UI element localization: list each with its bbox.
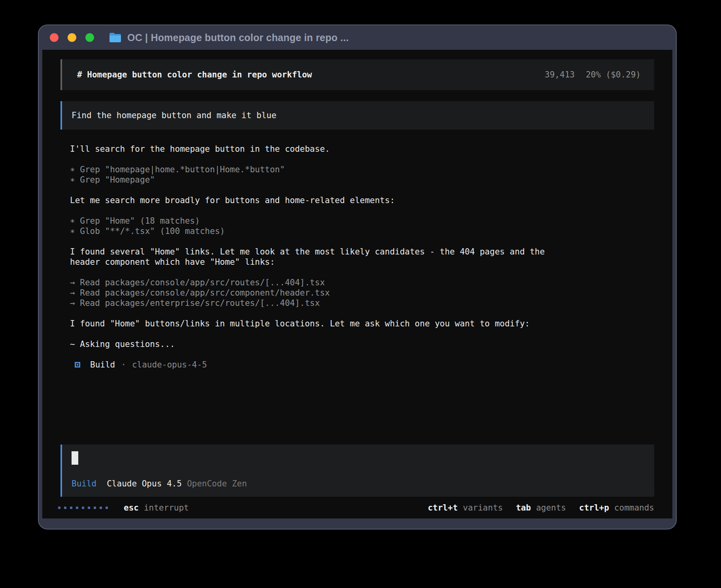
text-cursor: [72, 451, 78, 465]
hint-label: variants: [463, 503, 503, 513]
spinner-dot: [58, 507, 60, 509]
terminal-window: OC | Homepage button color change in rep…: [38, 24, 677, 530]
agent-status-line: Build · claude-opus-4-5: [60, 360, 654, 370]
spinner-dot: [100, 507, 102, 509]
transcript-line: ∗ Grep "Homepage": [70, 175, 566, 185]
hint-label: commands: [614, 503, 654, 513]
transcript-line: Let me search more broadly for buttons a…: [70, 195, 566, 205]
keyboard-hint: ctrl+t variants: [428, 503, 503, 513]
transcript-line: I found "Home" buttons/links in multiple…: [70, 318, 566, 329]
session-header: # Homepage button color change in repo w…: [60, 59, 654, 90]
model-status-row: Build Claude Opus 4.5 OpenCode Zen: [72, 479, 645, 489]
window-title: OC | Homepage button color change in rep…: [127, 32, 349, 43]
agent-model: claude-opus-4-5: [132, 360, 207, 370]
active-agent: Build: [72, 479, 96, 489]
model-provider: OpenCode Zen: [187, 479, 247, 489]
window-bottom-chrome: [39, 518, 676, 529]
active-model: Claude Opus 4.5: [107, 479, 182, 489]
title-bar: OC | Homepage button color change in rep…: [39, 25, 676, 50]
esc-key: esc: [124, 503, 139, 513]
token-count: 39,413: [545, 70, 575, 80]
transcript-line: [70, 185, 566, 195]
transcript-line: → Read packages/enterprise/src/routes/[.…: [70, 298, 566, 308]
session-title: # Homepage button color change in repo w…: [77, 70, 312, 80]
hint-key: ctrl+p: [579, 503, 609, 513]
hint-key: ctrl+t: [428, 503, 458, 513]
zoom-button[interactable]: [85, 33, 94, 42]
transcript-line: [70, 205, 566, 216]
context-cost: 20% ($0.29): [586, 70, 641, 80]
keyboard-hint: tab agents: [516, 503, 566, 513]
spinner-dot: [82, 507, 84, 509]
status-bar: esc interrupt ctrl+t variants tab agents: [60, 497, 654, 518]
transcript-line: [70, 329, 566, 339]
working-spinner-icon: [58, 507, 108, 509]
spinner-dot: [64, 507, 66, 509]
transcript-line: [70, 267, 566, 277]
user-message-text: Find the homepage button and make it blu…: [72, 110, 276, 121]
transcript-line: ∗ Grep "Home" (18 matches): [70, 216, 566, 226]
folder-icon: [109, 32, 121, 43]
transcript-line: ∗ Glob "**/*.tsx" (100 matches): [70, 226, 566, 236]
terminal-view: # Homepage button color change in repo w…: [42, 50, 672, 518]
spinner-dot: [88, 507, 90, 509]
transcript-line: → Read packages/console/app/src/componen…: [70, 288, 566, 298]
agent-name: Build: [90, 360, 115, 370]
interrupt-label: interrupt: [144, 503, 189, 513]
user-message: Find the homepage button and make it blu…: [60, 101, 654, 130]
traffic-lights: [50, 33, 94, 42]
hint-key: tab: [516, 503, 531, 513]
prompt-input[interactable]: Build Claude Opus 4.5 OpenCode Zen: [60, 445, 654, 497]
keyboard-hint: ctrl+p commands: [579, 503, 654, 513]
session-metrics: 39,413 20% ($0.29): [545, 70, 641, 80]
close-button[interactable]: [50, 33, 59, 42]
transcript-line: [70, 308, 566, 318]
separator-dot: ·: [121, 360, 126, 370]
transcript-spacer: [60, 370, 654, 445]
transcript-line: [70, 236, 566, 247]
agent-build-icon: [75, 362, 80, 368]
hint-label: agents: [536, 503, 566, 513]
interrupt-hint: esc interrupt: [124, 503, 189, 513]
transcript-line: [70, 154, 566, 164]
assistant-transcript: I'll search for the homepage button in t…: [60, 144, 566, 349]
transcript-line: I'll search for the homepage button in t…: [70, 144, 566, 154]
transcript-line: ∗ Grep "homepage|home.*button|Home.*butt…: [70, 164, 566, 175]
spinner-dot: [106, 507, 108, 509]
transcript-line: I found several "Home" links. Let me loo…: [70, 247, 566, 267]
spinner-dot: [70, 507, 72, 509]
keyboard-hints: ctrl+t variants tab agents ctrl+p comman…: [428, 503, 654, 513]
transcript-line: ~ Asking questions...: [70, 339, 566, 349]
spinner-dot: [94, 507, 96, 509]
minimize-button[interactable]: [68, 33, 76, 42]
transcript-line: → Read packages/console/app/src/routes/[…: [70, 277, 566, 288]
spinner-dot: [76, 507, 78, 509]
